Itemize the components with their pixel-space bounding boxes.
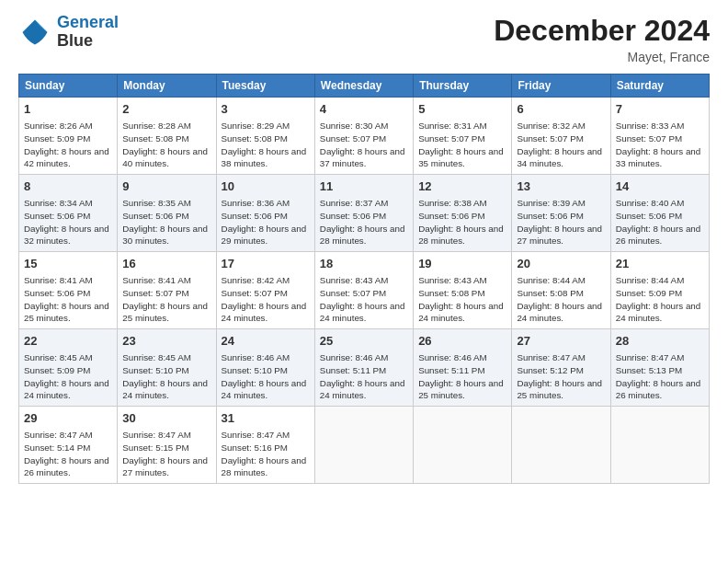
calendar-cell: 4Sunrise: 8:30 AMSunset: 5:07 PMDaylight… (314, 98, 413, 175)
weekday-header-friday: Friday (512, 75, 610, 98)
header: General Blue December 2024 Mayet, France (18, 14, 710, 64)
logo-text: General Blue (57, 14, 119, 51)
weekday-header-sunday: Sunday (19, 75, 118, 98)
day-info: Sunrise: 8:40 AMSunset: 5:06 PMDaylight:… (616, 197, 704, 247)
day-number: 21 (616, 256, 704, 272)
day-info: Sunrise: 8:31 AMSunset: 5:07 PMDaylight:… (418, 120, 506, 170)
day-number: 11 (320, 178, 408, 195)
weekday-header-thursday: Thursday (414, 75, 512, 98)
day-info: Sunrise: 8:47 AMSunset: 5:15 PMDaylight:… (122, 429, 210, 479)
weekday-header-saturday: Saturday (610, 75, 709, 98)
calendar-cell: 13Sunrise: 8:39 AMSunset: 5:06 PMDayligh… (512, 175, 610, 252)
day-number: 28 (616, 333, 704, 350)
day-number: 23 (122, 333, 210, 350)
day-info: Sunrise: 8:29 AMSunset: 5:08 PMDaylight:… (222, 120, 310, 170)
day-info: Sunrise: 8:46 AMSunset: 5:11 PMDaylight:… (320, 351, 408, 402)
day-number: 19 (418, 256, 506, 272)
calendar-cell: 27Sunrise: 8:47 AMSunset: 5:12 PMDayligh… (512, 329, 610, 407)
calendar-cell: 7Sunrise: 8:33 AMSunset: 5:07 PMDaylight… (610, 98, 709, 175)
day-info: Sunrise: 8:35 AMSunset: 5:06 PMDaylight:… (122, 197, 210, 247)
day-number: 13 (517, 178, 605, 195)
calendar-table: SundayMondayTuesdayWednesdayThursdayFrid… (18, 74, 710, 484)
calendar-cell: 9Sunrise: 8:35 AMSunset: 5:06 PMDaylight… (118, 175, 216, 252)
day-number: 30 (122, 410, 210, 427)
weekday-header-wednesday: Wednesday (314, 75, 413, 98)
calendar-cell (512, 407, 610, 484)
calendar-cell: 14Sunrise: 8:40 AMSunset: 5:06 PMDayligh… (610, 175, 709, 252)
calendar-cell: 12Sunrise: 8:38 AMSunset: 5:06 PMDayligh… (414, 175, 512, 252)
logo-icon (18, 16, 51, 49)
day-number: 25 (320, 333, 408, 350)
day-number: 15 (24, 256, 112, 272)
calendar-cell: 1Sunrise: 8:26 AMSunset: 5:09 PMDaylight… (19, 98, 118, 175)
day-info: Sunrise: 8:47 AMSunset: 5:14 PMDaylight:… (24, 429, 112, 479)
day-number: 2 (122, 101, 210, 118)
day-info: Sunrise: 8:41 AMSunset: 5:07 PMDaylight:… (122, 274, 210, 325)
calendar-cell: 28Sunrise: 8:47 AMSunset: 5:13 PMDayligh… (610, 329, 709, 407)
day-info: Sunrise: 8:44 AMSunset: 5:09 PMDaylight:… (616, 274, 704, 325)
weekday-header-tuesday: Tuesday (216, 75, 314, 98)
day-number: 24 (222, 333, 310, 350)
calendar-cell: 22Sunrise: 8:45 AMSunset: 5:09 PMDayligh… (19, 329, 118, 407)
day-number: 10 (222, 178, 310, 195)
calendar-cell: 10Sunrise: 8:36 AMSunset: 5:06 PMDayligh… (216, 175, 314, 252)
day-number: 16 (122, 256, 210, 272)
day-info: Sunrise: 8:47 AMSunset: 5:12 PMDaylight:… (517, 351, 605, 402)
calendar-cell (610, 407, 709, 484)
calendar-cell (314, 407, 413, 484)
month-title: December 2024 (494, 14, 710, 48)
calendar-cell: 3Sunrise: 8:29 AMSunset: 5:08 PMDaylight… (216, 98, 314, 175)
calendar-cell: 30Sunrise: 8:47 AMSunset: 5:15 PMDayligh… (118, 407, 216, 484)
calendar-cell: 8Sunrise: 8:34 AMSunset: 5:06 PMDaylight… (19, 175, 118, 252)
calendar-cell: 24Sunrise: 8:46 AMSunset: 5:10 PMDayligh… (216, 329, 314, 407)
calendar-cell: 20Sunrise: 8:44 AMSunset: 5:08 PMDayligh… (512, 252, 610, 329)
calendar-cell: 21Sunrise: 8:44 AMSunset: 5:09 PMDayligh… (610, 252, 709, 329)
day-info: Sunrise: 8:43 AMSunset: 5:07 PMDaylight:… (320, 274, 408, 325)
day-info: Sunrise: 8:45 AMSunset: 5:10 PMDaylight:… (122, 351, 210, 402)
day-number: 20 (517, 256, 605, 272)
page: General Blue December 2024 Mayet, France… (0, 0, 728, 563)
day-number: 1 (24, 101, 112, 118)
calendar-cell: 15Sunrise: 8:41 AMSunset: 5:06 PMDayligh… (19, 252, 118, 329)
day-number: 26 (418, 333, 506, 350)
day-info: Sunrise: 8:42 AMSunset: 5:07 PMDaylight:… (222, 274, 310, 325)
calendar-cell: 11Sunrise: 8:37 AMSunset: 5:06 PMDayligh… (314, 175, 413, 252)
day-info: Sunrise: 8:46 AMSunset: 5:11 PMDaylight:… (418, 351, 506, 402)
day-info: Sunrise: 8:44 AMSunset: 5:08 PMDaylight:… (517, 274, 605, 325)
location: Mayet, France (494, 50, 710, 64)
day-number: 14 (616, 178, 704, 195)
title-block: December 2024 Mayet, France (494, 14, 710, 64)
calendar-cell (414, 407, 512, 484)
day-info: Sunrise: 8:43 AMSunset: 5:08 PMDaylight:… (418, 274, 506, 325)
day-info: Sunrise: 8:34 AMSunset: 5:06 PMDaylight:… (24, 197, 112, 247)
day-info: Sunrise: 8:47 AMSunset: 5:13 PMDaylight:… (616, 351, 704, 402)
day-info: Sunrise: 8:26 AMSunset: 5:09 PMDaylight:… (24, 120, 112, 170)
calendar-cell: 26Sunrise: 8:46 AMSunset: 5:11 PMDayligh… (414, 329, 512, 407)
day-info: Sunrise: 8:38 AMSunset: 5:06 PMDaylight:… (418, 197, 506, 247)
day-number: 4 (320, 101, 408, 118)
weekday-header-monday: Monday (118, 75, 216, 98)
calendar-cell: 2Sunrise: 8:28 AMSunset: 5:08 PMDaylight… (118, 98, 216, 175)
day-number: 3 (222, 101, 310, 118)
day-info: Sunrise: 8:46 AMSunset: 5:10 PMDaylight:… (222, 351, 310, 402)
day-info: Sunrise: 8:47 AMSunset: 5:16 PMDaylight:… (222, 429, 310, 479)
day-info: Sunrise: 8:30 AMSunset: 5:07 PMDaylight:… (320, 120, 408, 170)
day-number: 29 (24, 410, 112, 427)
day-info: Sunrise: 8:39 AMSunset: 5:06 PMDaylight:… (517, 197, 605, 247)
day-number: 8 (24, 178, 112, 195)
calendar-cell: 25Sunrise: 8:46 AMSunset: 5:11 PMDayligh… (314, 329, 413, 407)
calendar-cell: 5Sunrise: 8:31 AMSunset: 5:07 PMDaylight… (414, 98, 512, 175)
day-number: 5 (418, 101, 506, 118)
day-info: Sunrise: 8:32 AMSunset: 5:07 PMDaylight:… (517, 120, 605, 170)
calendar-cell: 6Sunrise: 8:32 AMSunset: 5:07 PMDaylight… (512, 98, 610, 175)
day-number: 12 (418, 178, 506, 195)
logo: General Blue (18, 14, 119, 51)
calendar-cell: 17Sunrise: 8:42 AMSunset: 5:07 PMDayligh… (216, 252, 314, 329)
day-number: 22 (24, 333, 112, 350)
day-number: 18 (320, 256, 408, 272)
day-info: Sunrise: 8:37 AMSunset: 5:06 PMDaylight:… (320, 197, 408, 247)
day-info: Sunrise: 8:28 AMSunset: 5:08 PMDaylight:… (122, 120, 210, 170)
day-number: 7 (616, 101, 704, 118)
calendar-cell: 18Sunrise: 8:43 AMSunset: 5:07 PMDayligh… (314, 252, 413, 329)
calendar-cell: 31Sunrise: 8:47 AMSunset: 5:16 PMDayligh… (216, 407, 314, 484)
